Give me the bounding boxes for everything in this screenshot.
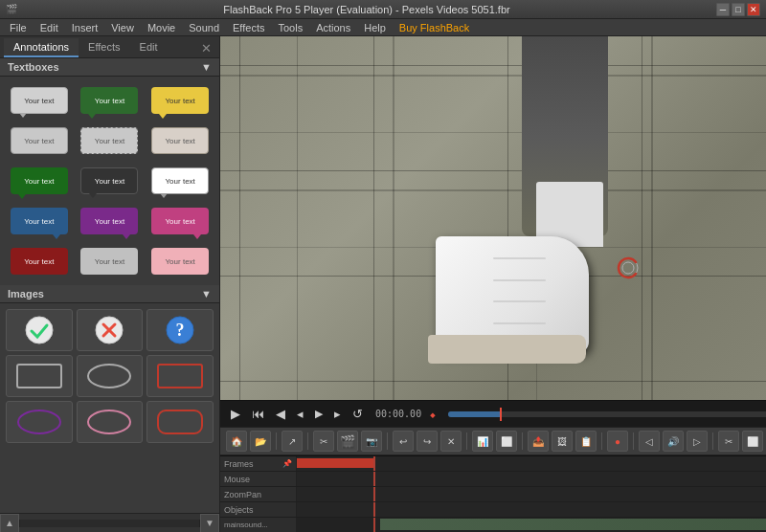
toolbar-share[interactable]: ↗ — [282, 431, 303, 452]
next-frame-button[interactable]: ▶ — [312, 406, 326, 422]
textbox-item-12[interactable]: Your text — [146, 203, 214, 239]
toolbar-vol-left[interactable]: ◁ — [639, 431, 660, 452]
loop-button[interactable]: ↺ — [349, 405, 366, 423]
timeline-content-frames[interactable] — [297, 456, 766, 471]
menu-file[interactable]: File — [4, 21, 33, 34]
textbox-item-13[interactable]: Your text — [6, 243, 73, 279]
image-red-rect[interactable] — [146, 355, 214, 397]
toolbar-sep-1 — [276, 432, 277, 450]
toolbar-redo[interactable]: ↪ — [417, 431, 438, 452]
menu-tools[interactable]: Tools — [272, 21, 308, 34]
timeline-label-objects: Objects — [220, 502, 297, 517]
title-bar: 🎬 FlashBack Pro 5 Player (Evaluation) - … — [0, 0, 766, 19]
minimize-button[interactable]: ─ — [716, 3, 730, 16]
toolbar-sep-5 — [522, 432, 523, 450]
waveform — [380, 519, 766, 530]
timeline-row-objects: Objects — [220, 502, 766, 518]
vol-down-button[interactable]: ◂ — [294, 405, 306, 423]
textbox-item-15[interactable]: Your text — [146, 243, 214, 279]
menu-view[interactable]: View — [105, 21, 140, 34]
tab-bar: Annotations Effects Edit ✕ — [0, 36, 219, 58]
annotations-content: Textboxes ▼ Your text Your text — [0, 58, 219, 513]
toolbar-vol-right[interactable]: ▷ — [687, 431, 708, 452]
transport-timeline[interactable] — [448, 411, 766, 417]
timeline-row-zoompan: ZoomPan — [220, 487, 766, 502]
menu-effects[interactable]: Effects — [227, 21, 270, 34]
textbox-item-7[interactable]: Your text — [6, 163, 73, 199]
textbox-item-6[interactable]: Your text — [146, 122, 214, 159]
textbox-item-4[interactable]: Your text — [6, 122, 73, 159]
toolbar-sep-8 — [712, 432, 713, 450]
champion-logo — [615, 255, 642, 281]
menu-movie[interactable]: Movie — [142, 21, 181, 34]
toolbar-open[interactable]: 📂 — [250, 431, 271, 452]
menu-sound[interactable]: Sound — [183, 21, 225, 34]
timeline-content-zoompan[interactable] — [297, 487, 766, 501]
toolbar-delete[interactable]: ✕ — [440, 431, 462, 452]
image-purple-oval[interactable] — [6, 401, 73, 443]
tab-effects[interactable]: Effects — [79, 38, 129, 57]
textbox-item-11[interactable]: Your text — [77, 203, 144, 239]
textbox-item-14[interactable]: Your text — [77, 243, 144, 279]
panel-close-button[interactable]: ✕ — [197, 41, 215, 55]
svg-rect-6 — [17, 365, 61, 388]
textboxes-section-header[interactable]: Textboxes ▼ — [0, 58, 219, 77]
textbox-item-1[interactable]: Your text — [6, 82, 73, 119]
images-section-header[interactable]: Images ▼ — [0, 285, 219, 303]
menu-edit[interactable]: Edit — [34, 21, 64, 34]
go-start-button[interactable]: ⏮ — [249, 405, 267, 423]
image-rect-outline[interactable] — [6, 355, 73, 397]
timeline-content-mainsound[interactable] — [297, 518, 766, 532]
toolbar-record[interactable]: ● — [607, 431, 628, 452]
toolbar: 🏠 📂 ↗ ✂ 🎬 📷 ↩ ↪ ✕ 📊 ⬜ 📤 🖼 📋 ● ◁ 🔊 ▷ — [220, 427, 766, 455]
shoe-sole — [428, 335, 586, 364]
textbox-item-2[interactable]: Your text — [77, 82, 144, 119]
toolbar-image[interactable]: 🖼 — [552, 431, 573, 452]
toolbar-chart[interactable]: 📊 — [472, 431, 493, 452]
toolbar-sep-3 — [387, 432, 388, 450]
toolbar-square[interactable]: ⬜ — [496, 431, 517, 452]
menu-actions[interactable]: Actions — [310, 21, 356, 34]
toolbar-frame[interactable]: ⬜ — [742, 431, 763, 452]
svg-rect-11 — [158, 410, 202, 433]
toolbar-crop[interactable]: ✂ — [718, 431, 739, 452]
image-oval-outline[interactable] — [77, 355, 144, 397]
panel-scroll-up[interactable]: ▲ — [0, 514, 19, 533]
toolbar-undo[interactable]: ↩ — [393, 431, 414, 452]
prev-frame-button[interactable]: ◀ — [273, 405, 288, 423]
toolbar-sep-2 — [307, 432, 308, 450]
timeline-content-objects[interactable] — [297, 502, 766, 517]
fast-forward-button[interactable]: ▸ — [331, 405, 344, 423]
toolbar-clipboard[interactable]: 📋 — [575, 431, 597, 452]
menu-insert[interactable]: Insert — [66, 21, 104, 34]
image-checkmark[interactable] — [6, 309, 73, 351]
image-pink-oval[interactable] — [77, 401, 144, 443]
play-button[interactable]: ▶ — [228, 405, 243, 423]
timeline-row-mainsound: mainsound... — [220, 518, 766, 532]
textbox-item-3[interactable]: Your text — [146, 82, 214, 119]
toolbar-export[interactable]: 📤 — [528, 431, 549, 452]
maximize-button[interactable]: □ — [732, 3, 745, 16]
image-xmark[interactable] — [77, 309, 144, 351]
textbox-item-9[interactable]: Your text — [146, 163, 214, 199]
image-red-rounded-rect[interactable] — [146, 401, 214, 443]
tab-edit[interactable]: Edit — [130, 38, 168, 57]
toolbar-camera[interactable]: 📷 — [361, 431, 382, 452]
textbox-item-8[interactable]: Your text — [77, 163, 144, 199]
timeline-content-mouse[interactable] — [297, 472, 766, 486]
textboxes-grid: Your text Your text Your text — [0, 77, 219, 285]
textbox-item-5[interactable]: Your text — [77, 122, 144, 159]
toolbar-cut[interactable]: ✂ — [313, 431, 334, 452]
menu-buy[interactable]: Buy FlashBack — [394, 21, 475, 34]
tab-annotations[interactable]: Annotations — [4, 38, 79, 57]
close-button[interactable]: ✕ — [747, 3, 760, 16]
toolbar-vol[interactable]: 🔊 — [663, 431, 684, 452]
image-question[interactable]: ? — [146, 309, 214, 351]
toolbar-movie[interactable]: 🎬 — [337, 431, 358, 452]
textbox-item-10[interactable]: Your text — [6, 203, 73, 239]
menu-bar: File Edit Insert View Movie Sound Effect… — [0, 19, 766, 36]
menu-help[interactable]: Help — [358, 21, 392, 34]
toolbar-home[interactable]: 🏠 — [226, 431, 247, 452]
panel-scroll-down[interactable]: ▼ — [200, 514, 219, 533]
window-controls: ─ □ ✕ — [716, 3, 760, 16]
